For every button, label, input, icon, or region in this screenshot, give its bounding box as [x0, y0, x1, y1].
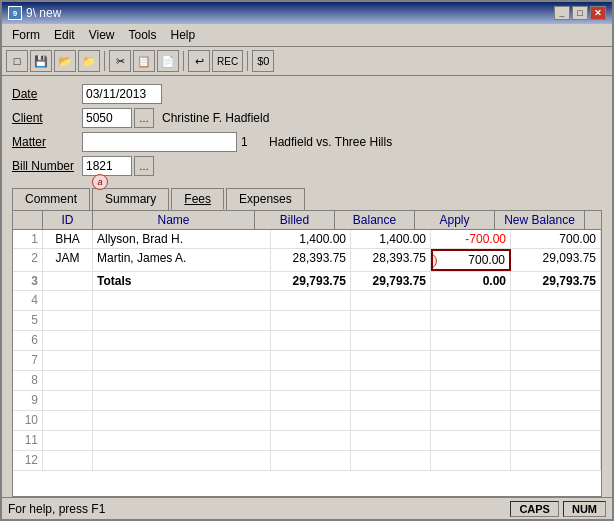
- num-indicator: NUM: [563, 501, 606, 517]
- row-3-num: 3: [13, 272, 43, 290]
- row-3-new-balance: 29,793.75: [511, 272, 601, 290]
- cut-button[interactable]: ✂: [109, 50, 131, 72]
- annotation-b: b: [431, 253, 437, 269]
- table-row: 11: [13, 431, 601, 451]
- date-input[interactable]: [82, 84, 162, 104]
- save-button[interactable]: 💾: [30, 50, 52, 72]
- row-10-num: 10: [13, 411, 43, 430]
- matter-name: Hadfield vs. Three Hills: [269, 135, 392, 149]
- tab-fees[interactable]: Fees: [171, 188, 224, 210]
- folder-button[interactable]: 📁: [78, 50, 100, 72]
- table-row: 6: [13, 331, 601, 351]
- row-3-id: [43, 272, 93, 290]
- title-bar: 9 9\ new _ □ ✕: [2, 2, 612, 24]
- help-text: For help, press F1: [8, 502, 105, 516]
- client-row: Client … Christine F. Hadfield: [12, 108, 602, 128]
- annotation-a: a: [92, 174, 108, 190]
- tab-comment[interactable]: Comment: [12, 188, 90, 210]
- client-lookup-button[interactable]: …: [134, 108, 154, 128]
- row-12-num: 12: [13, 451, 43, 470]
- table-row: 7: [13, 351, 601, 371]
- tab-expenses[interactable]: Expenses: [226, 188, 305, 210]
- row-2-num: 2: [13, 249, 43, 271]
- bill-label: Bill Number: [12, 159, 82, 173]
- col-rownum: [13, 211, 43, 229]
- col-name: Name: [93, 211, 255, 229]
- tab-bar: Comment Summary Fees Expenses: [12, 188, 602, 210]
- row-2-id[interactable]: JAM: [43, 249, 93, 271]
- row-9-num: 9: [13, 391, 43, 410]
- col-balance: Balance: [335, 211, 415, 229]
- title-buttons: _ □ ✕: [554, 6, 606, 20]
- menu-edit[interactable]: Edit: [48, 26, 81, 44]
- title-bar-left: 9 9\ new: [8, 6, 61, 20]
- rec-button[interactable]: REC: [212, 50, 243, 72]
- grid-header: ID Name Billed Balance Apply New Balance: [13, 211, 601, 230]
- row-2-apply[interactable]: 700.00 b: [431, 249, 511, 271]
- row-2-balance[interactable]: 28,393.75: [351, 249, 431, 271]
- matter-row: Matter 1 Hadfield vs. Three Hills: [12, 132, 602, 152]
- dollar-button[interactable]: $0: [252, 50, 274, 72]
- table-row: 12: [13, 451, 601, 471]
- col-scroll: [585, 211, 601, 229]
- bill-input[interactable]: [82, 156, 132, 176]
- row-2-billed[interactable]: 28,393.75: [271, 249, 351, 271]
- menu-view[interactable]: View: [83, 26, 121, 44]
- col-apply: Apply: [415, 211, 495, 229]
- copy-button[interactable]: 📋: [133, 50, 155, 72]
- menu-bar: Form Edit View Tools Help: [2, 24, 612, 47]
- row-1-billed[interactable]: 1,400.00: [271, 230, 351, 248]
- bill-number-wrap: … a: [82, 156, 154, 176]
- row-1-id[interactable]: BHA: [43, 230, 93, 248]
- date-label: Date: [12, 87, 82, 101]
- client-input[interactable]: [82, 108, 132, 128]
- matter-number: 1: [241, 135, 261, 149]
- row-1-new-balance: 700.00: [511, 230, 601, 248]
- row-5-num: 5: [13, 311, 43, 330]
- minimize-button[interactable]: _: [554, 6, 570, 20]
- close-button[interactable]: ✕: [590, 6, 606, 20]
- separator-3: [247, 51, 248, 71]
- row-1-name[interactable]: Allyson, Brad H.: [93, 230, 271, 248]
- table-row: 8: [13, 371, 601, 391]
- menu-form[interactable]: Form: [6, 26, 46, 44]
- row-2-name[interactable]: Martin, James A.: [93, 249, 271, 271]
- maximize-button[interactable]: □: [572, 6, 588, 20]
- app-icon: 9: [8, 6, 22, 20]
- status-bar: For help, press F1 CAPS NUM: [2, 497, 612, 519]
- undo-button[interactable]: ↩: [188, 50, 210, 72]
- bill-lookup-button[interactable]: …: [134, 156, 154, 176]
- table-row: 1 BHA Allyson, Brad H. 1,400.00 1,400.00…: [13, 230, 601, 249]
- row-1-apply[interactable]: -700.00: [431, 230, 511, 248]
- date-row: Date: [12, 84, 602, 104]
- menu-help[interactable]: Help: [165, 26, 202, 44]
- row-7-num: 7: [13, 351, 43, 370]
- row-11-num: 11: [13, 431, 43, 450]
- table-row-totals: 3 Totals 29,793.75 29,793.75 0.00 29,793…: [13, 272, 601, 291]
- row-1-balance[interactable]: 1,400.00: [351, 230, 431, 248]
- matter-input[interactable]: [82, 132, 237, 152]
- col-new-balance: New Balance: [495, 211, 585, 229]
- fees-grid: ID Name Billed Balance Apply New Balance…: [12, 210, 602, 497]
- table-row: 2 JAM Martin, James A. 28,393.75 28,393.…: [13, 249, 601, 272]
- client-label: Client: [12, 111, 82, 125]
- client-name: Christine F. Hadfield: [162, 111, 269, 125]
- row-2-new-balance: 29,093.75: [511, 249, 601, 271]
- tab-summary[interactable]: Summary: [92, 188, 169, 210]
- table-row: 5: [13, 311, 601, 331]
- new-button[interactable]: □: [6, 50, 28, 72]
- grid-body: 1 BHA Allyson, Brad H. 1,400.00 1,400.00…: [13, 230, 601, 496]
- status-indicators: CAPS NUM: [510, 501, 606, 517]
- row-3-name: Totals: [93, 272, 271, 290]
- row-8-num: 8: [13, 371, 43, 390]
- col-id: ID: [43, 211, 93, 229]
- table-row: 9: [13, 391, 601, 411]
- menu-tools[interactable]: Tools: [122, 26, 162, 44]
- row-4-num: 4: [13, 291, 43, 310]
- separator-1: [104, 51, 105, 71]
- open-button[interactable]: 📂: [54, 50, 76, 72]
- paste-button[interactable]: 📄: [157, 50, 179, 72]
- row-1-num: 1: [13, 230, 43, 248]
- toolbar: □ 💾 📂 📁 ✂ 📋 📄 ↩ REC $0: [2, 47, 612, 76]
- tabs-area: Comment Summary Fees Expenses: [2, 188, 612, 210]
